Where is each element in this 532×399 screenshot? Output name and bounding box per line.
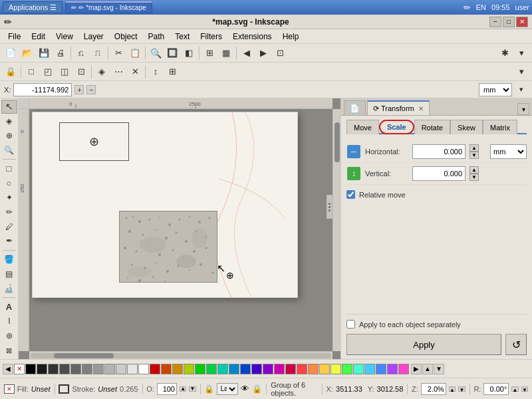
ungroup-button[interactable]: ▦ <box>218 45 234 61</box>
swatch-gray3[interactable] <box>59 364 70 374</box>
maximize-button[interactable]: □ <box>503 17 515 27</box>
vertical-input[interactable] <box>412 166 466 181</box>
rotation-increment[interactable]: ▲ <box>511 386 518 392</box>
swatch-lime[interactable] <box>184 364 194 374</box>
x-increment[interactable]: + <box>74 85 84 94</box>
minimize-button[interactable]: − <box>489 17 501 27</box>
swatch-green[interactable] <box>195 364 205 374</box>
menu-edit[interactable]: Edit <box>26 31 51 43</box>
tool-text[interactable]: A <box>1 300 17 314</box>
tool-star[interactable]: ✦ <box>1 191 17 205</box>
apply-each-checkbox[interactable] <box>346 320 355 329</box>
swatch-black[interactable] <box>25 364 36 374</box>
snap-more-button[interactable]: ▾ <box>513 64 529 80</box>
swatch-lt-green[interactable] <box>342 364 352 374</box>
taskbar-item-inkscape[interactable]: ✏ ✏ *map.svg - Inkscape <box>65 1 152 13</box>
menu-view[interactable]: View <box>51 31 78 43</box>
opacity-increment[interactable]: ▲ <box>180 386 186 392</box>
tool-select[interactable]: ↖ <box>1 100 17 114</box>
swatch-lt-violet[interactable] <box>387 364 398 374</box>
zoom-increment[interactable]: ▲ <box>449 386 456 392</box>
snap-bbox-button[interactable]: □ <box>23 64 39 80</box>
zoom-fit-button[interactable]: ◧ <box>181 45 197 61</box>
snap-guide-button[interactable]: ↕ <box>148 64 164 80</box>
tool-node[interactable]: ◈ <box>1 114 17 128</box>
x-decrement[interactable]: − <box>86 85 96 94</box>
vertical-decrement[interactable]: ▼ <box>469 174 479 181</box>
layer-visibility-icon[interactable]: 👁 <box>241 384 249 394</box>
tool-rect[interactable]: □ <box>1 162 17 176</box>
tool-gradient[interactable]: ▤ <box>1 267 17 281</box>
tab-document-properties[interactable]: 📄 <box>344 100 366 115</box>
tool-pen[interactable]: 🖊 <box>1 219 17 233</box>
h-scrollbar[interactable] <box>29 351 332 359</box>
print-button[interactable]: 🖨 <box>53 45 68 61</box>
tab-skew[interactable]: Skew <box>450 120 483 134</box>
palette-up[interactable]: ▲ <box>422 364 433 374</box>
canvas-page[interactable]: ⊕ <box>32 112 298 298</box>
new-button[interactable]: 📄 <box>3 45 19 61</box>
taskbar-item-applications[interactable]: Applications ☰ <box>3 1 63 13</box>
tool-connector[interactable]: ⌇ <box>1 315 17 329</box>
palette-scroll-right[interactable]: ▶ <box>411 364 422 374</box>
horizontal-decrement[interactable]: ▼ <box>469 152 479 159</box>
align-right-button[interactable]: ▶ <box>255 45 271 61</box>
save-button[interactable]: 💾 <box>36 45 52 61</box>
tool-pencil[interactable]: ✏ <box>1 205 17 219</box>
rotation-input[interactable] <box>483 383 509 395</box>
v-scroll-thumb[interactable] <box>334 122 340 162</box>
swatch-gray1[interactable] <box>37 364 47 374</box>
swatch-lt-blue[interactable] <box>376 364 386 374</box>
swatch-mint[interactable] <box>206 364 217 374</box>
snap-enable-button[interactable]: 🔒 <box>3 64 19 80</box>
menu-file[interactable]: File <box>3 31 26 43</box>
texture-block[interactable] <box>119 211 217 283</box>
layer-lock-icon[interactable]: 🔒 <box>252 384 262 394</box>
opacity-decrement[interactable]: ▼ <box>189 386 196 392</box>
swatch-gray5[interactable] <box>82 364 92 374</box>
x-input[interactable] <box>13 83 72 96</box>
menu-layer[interactable]: Layer <box>78 31 109 43</box>
swatch-gray2[interactable] <box>48 364 59 374</box>
snap-node-button[interactable]: ◈ <box>94 64 110 80</box>
menu-extensions[interactable]: Extensions <box>227 31 277 43</box>
tab-scale[interactable]: Scale <box>379 120 414 134</box>
relative-move-checkbox[interactable] <box>346 190 355 199</box>
more-button[interactable]: ▾ <box>513 45 529 61</box>
tab-move[interactable]: Move <box>346 120 379 134</box>
swatch-lt-red[interactable] <box>297 364 307 374</box>
swatch-sky[interactable] <box>229 364 239 374</box>
v-scrollbar[interactable] <box>332 109 340 351</box>
tool-fill[interactable]: 🪣 <box>1 253 17 267</box>
open-button[interactable]: 📂 <box>19 45 35 61</box>
swatch-blue[interactable] <box>240 364 251 374</box>
tool-spray[interactable]: ⊛ <box>1 329 17 343</box>
snap-corner-button[interactable]: ◰ <box>40 64 56 80</box>
tool-calligraphy[interactable]: ✒ <box>1 234 17 248</box>
tool-bottom1[interactable]: ⊠ <box>1 344 17 358</box>
align-left-button[interactable]: ◀ <box>239 45 255 61</box>
rotation-decrement[interactable]: ▼ <box>521 386 528 392</box>
swatch-gray6[interactable] <box>93 364 104 374</box>
cut-button[interactable]: ✂ <box>110 45 126 61</box>
tool-tweak[interactable]: ⊕ <box>1 129 17 143</box>
snap-button[interactable]: ✱ <box>497 45 513 61</box>
swatch-white[interactable] <box>138 364 149 374</box>
tab-rotate[interactable]: Rotate <box>414 120 450 134</box>
snap-midpoint-button[interactable]: ◫ <box>57 64 72 80</box>
transform-tab-close[interactable]: ✕ <box>418 105 424 112</box>
redo-button[interactable]: ⎍ <box>90 45 106 61</box>
snap-path-button[interactable]: ⋯ <box>110 64 126 80</box>
swatch-lt-teal[interactable] <box>353 364 364 374</box>
coord-unit-dropdown[interactable]: mmpxcmin <box>479 83 512 96</box>
align-center-button[interactable]: ⊡ <box>272 45 288 61</box>
opacity-input[interactable] <box>157 383 177 395</box>
swatch-gray9[interactable] <box>127 364 138 374</box>
swatch-pink[interactable] <box>274 364 285 374</box>
coord-options-button[interactable]: ▾ <box>515 82 528 98</box>
swatch-red[interactable] <box>150 364 160 374</box>
stroke-swatch[interactable] <box>59 384 69 394</box>
swatch-lt-pink[interactable] <box>398 364 409 374</box>
swatch-lt-sky[interactable] <box>364 364 375 374</box>
menu-filters[interactable]: Filters <box>195 31 227 43</box>
